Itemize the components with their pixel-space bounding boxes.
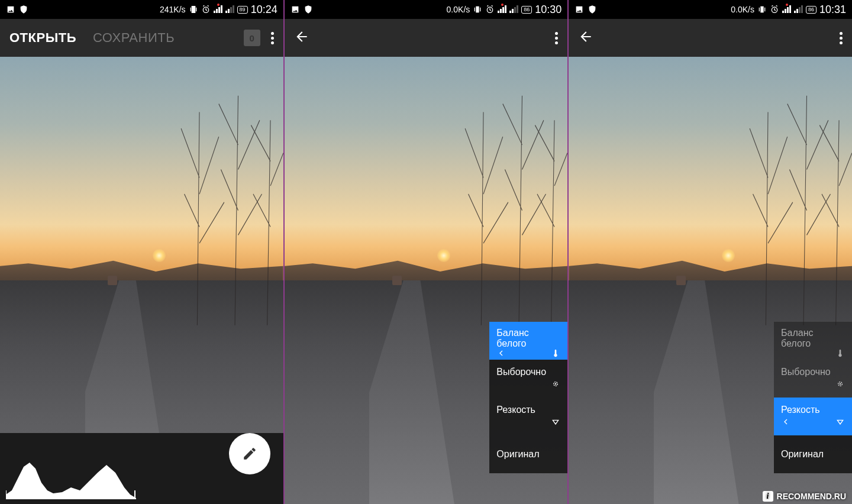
more-icon[interactable] [555, 32, 558, 44]
more-icon[interactable] [840, 32, 843, 44]
signal-icon-2 [794, 5, 803, 15]
option-label: Оригинал [496, 449, 560, 460]
screen-2: 0.0K/s 86 10:30 Баланс белого [285, 0, 569, 504]
battery-indicator: 86 [521, 6, 532, 14]
svg-point-8 [840, 383, 841, 385]
network-speed: 0.0K/s [447, 5, 470, 14]
option-label: Резкость [496, 405, 560, 415]
photo-canvas[interactable] [0, 57, 283, 504]
chevron-left-icon [496, 348, 506, 360]
shield-icon [304, 5, 313, 14]
signal-icon-1 [498, 5, 506, 15]
adjust-options: Баланс белого Выборочно Резкость Оригина… [774, 322, 852, 473]
back-button[interactable] [294, 29, 309, 47]
watermark-text: RECOMMEND.RU [777, 492, 846, 501]
app-bar [285, 19, 568, 57]
screen-1: 241K/s 89 10:24 ОТКРЫТЬ СОХРАНИТЬ 0 [0, 0, 285, 504]
triangle-down-icon [551, 417, 560, 429]
thermometer-icon [835, 348, 845, 360]
alarm-icon [485, 5, 495, 14]
more-icon[interactable] [271, 32, 274, 44]
option-label: Баланс белого [781, 328, 845, 349]
app-bar: ОТКРЫТЬ СОХРАНИТЬ 0 [0, 19, 283, 57]
option-label: Резкость [781, 405, 845, 415]
thermometer-icon [551, 348, 560, 360]
signal-icon-1 [782, 5, 791, 15]
shield-icon [19, 5, 28, 14]
option-sharpness[interactable]: Резкость [774, 398, 852, 435]
clock-time: 10:24 [251, 4, 277, 16]
chevron-left-icon [781, 417, 790, 429]
option-label: Выборочно [781, 367, 845, 377]
vibrate-icon [473, 5, 482, 14]
vibrate-icon [189, 5, 198, 14]
edits-counter[interactable]: 0 [244, 30, 260, 46]
alarm-icon [770, 5, 779, 14]
clock-time: 10:31 [819, 4, 846, 16]
image-icon [291, 5, 300, 14]
option-original[interactable]: Оригинал [489, 435, 567, 473]
bottom-panel [0, 433, 283, 504]
target-icon [835, 379, 845, 391]
clock-time: 10:30 [535, 4, 561, 16]
signal-icon-2 [509, 5, 518, 15]
option-label: Баланс белого [496, 328, 560, 349]
option-label: Выборочно [496, 367, 560, 377]
open-button[interactable]: ОТКРЫТЬ [9, 30, 76, 46]
watermark-icon: i [763, 491, 773, 502]
option-sharpness[interactable]: Резкость [489, 398, 567, 435]
option-label: Оригинал [781, 449, 845, 460]
image-icon [575, 5, 584, 14]
edit-fab[interactable] [229, 433, 270, 474]
photo-canvas[interactable]: Баланс белого Выборочно Резкость Оригина… [569, 57, 852, 504]
photo-canvas[interactable]: Баланс белого Выборочно Резкость Оригина… [285, 57, 568, 504]
battery-indicator: 89 [237, 6, 248, 14]
histogram [6, 458, 136, 499]
option-selective[interactable]: Выборочно [489, 360, 567, 398]
shield-icon [588, 5, 597, 14]
triangle-down-icon [835, 417, 845, 429]
image-icon [6, 5, 15, 14]
signal-icon-2 [225, 5, 234, 15]
adjust-options: Баланс белого Выборочно Резкость Оригина… [489, 322, 567, 473]
screens-row: 241K/s 89 10:24 ОТКРЫТЬ СОХРАНИТЬ 0 [0, 0, 852, 504]
option-white-balance[interactable]: Баланс белого [489, 322, 567, 360]
screen-3: 0.0K/s 86 10:31 Баланс белого [569, 0, 852, 504]
option-original[interactable]: Оригинал [774, 435, 852, 473]
option-selective[interactable]: Выборочно [774, 360, 852, 398]
svg-point-5 [555, 383, 557, 385]
app-bar [569, 19, 852, 57]
network-speed: 241K/s [160, 5, 186, 14]
network-speed: 0.0K/s [731, 5, 754, 14]
status-bar: 0.0K/s 86 10:30 [285, 0, 568, 19]
back-button[interactable] [578, 29, 593, 47]
status-bar: 241K/s 89 10:24 [0, 0, 283, 19]
save-button[interactable]: СОХРАНИТЬ [93, 30, 175, 46]
target-icon [551, 379, 560, 391]
status-bar: 0.0K/s 86 10:31 [569, 0, 852, 19]
battery-indicator: 86 [806, 6, 816, 14]
alarm-icon [201, 5, 211, 14]
watermark: i RECOMMEND.RU [763, 491, 846, 502]
vibrate-icon [757, 5, 767, 14]
signal-icon-1 [214, 5, 222, 15]
option-white-balance[interactable]: Баланс белого [774, 322, 852, 360]
